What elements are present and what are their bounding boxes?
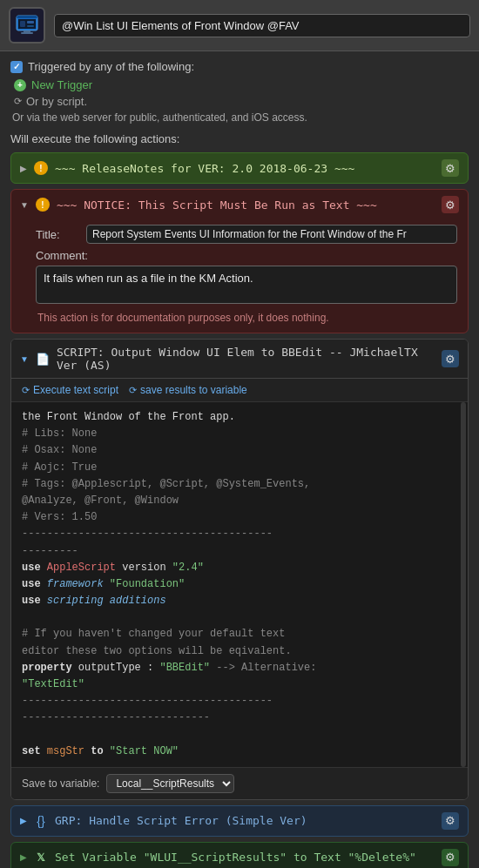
title-field-label: Title:	[36, 228, 79, 241]
svg-rect-6	[27, 21, 34, 24]
code-line: ----------------------------------------	[22, 693, 457, 710]
save-to-var-label: Save to variable:	[22, 777, 99, 790]
grp-collapse-triangle: ▶	[20, 816, 27, 825]
monitor-icon	[15, 13, 39, 37]
save-to-variable-bar: Save to variable: Local__ScriptResults	[11, 767, 468, 799]
code-line: use framework "Foundation"	[22, 576, 457, 593]
code-line: ------------------------------	[22, 710, 457, 726]
code-line	[22, 609, 457, 626]
warning-icon: !	[34, 161, 48, 175]
script-title: SCRIPT: Output Window UI Elem to BBEdit …	[57, 346, 435, 372]
code-line: ---------	[22, 543, 457, 560]
notice-comment-textarea[interactable]	[36, 266, 457, 304]
code-line: # Osax: None	[22, 442, 457, 459]
script-header[interactable]: ▼ 📄 SCRIPT: Output Window UI Elem to BBE…	[11, 340, 468, 379]
code-line: set msgStr to "Start NOW"	[22, 744, 457, 760]
variable-select[interactable]: Local__ScriptResults	[106, 774, 234, 793]
refresh-icon: ⟳	[14, 96, 22, 107]
setvar-icon: 𝕏	[34, 851, 48, 865]
trigger-section: Triggered by any of the following: + New…	[10, 60, 469, 145]
grp-block: ▶ {} GRP: Handle Script Error (Simple Ve…	[10, 805, 469, 837]
svg-rect-1	[17, 16, 37, 18]
code-line	[22, 727, 457, 744]
notice-warning-icon: !	[36, 198, 50, 212]
code-line: # Vers: 1.50	[22, 509, 457, 526]
notice-body: Title: Comment: This action is for docum…	[11, 219, 468, 333]
setvar-block: ▶ 𝕏 Set Variable "WLUI__ScriptResults" t…	[10, 842, 469, 868]
code-line: use scripting additions	[22, 593, 457, 609]
execute-text-script-button[interactable]: ⟳ Execute text script	[22, 384, 118, 396]
setvar-header[interactable]: ▶ 𝕏 Set Variable "WLUI__ScriptResults" t…	[11, 843, 468, 868]
notice-header[interactable]: ▼ ! ~~~ NOTICE: This Script Must Be Run …	[11, 190, 468, 219]
code-line: "TextEdit"	[22, 676, 457, 693]
code-line: # Aojc: True	[22, 460, 457, 476]
code-line: @Analyze, @Front, @Window	[22, 493, 457, 509]
notice-title-row: Title:	[36, 225, 457, 244]
script-gear-button[interactable]: ⚙	[442, 350, 459, 367]
release-notes-gear-button[interactable]: ⚙	[442, 159, 459, 177]
code-line: # If you haven't changed your default te…	[22, 626, 457, 643]
script-options-bar: ⟳ Execute text script ⟳ save results to …	[11, 379, 468, 402]
execute-arrow-icon: ⟳	[22, 385, 30, 396]
doc-notice-text: This action is for documentation purpose…	[36, 312, 457, 324]
setvar-gear-button[interactable]: ⚙	[442, 849, 459, 866]
release-notes-title: ~~~ ReleaseNotes for VER: 2.0 2018-06-23…	[55, 162, 435, 175]
code-editor[interactable]: the Front Window of the Front app. # Lib…	[11, 402, 468, 767]
body: Triggered by any of the following: + New…	[0, 51, 479, 868]
scrollbar[interactable]	[461, 402, 466, 767]
script-block: ▼ 📄 SCRIPT: Output Window UI Elem to BBE…	[10, 339, 469, 800]
new-trigger-item[interactable]: + New Trigger	[10, 78, 469, 91]
header	[0, 0, 479, 51]
notice-title: ~~~ NOTICE: This Script Must Be Run as T…	[57, 198, 435, 212]
code-line: # Tags: @Applescript, @Script, @System_E…	[22, 476, 457, 493]
or-by-script-item: ⟳ Or by script.	[10, 95, 469, 108]
setvar-title: Set Variable "WLUI__ScriptResults" to Te…	[55, 851, 435, 864]
release-notes-header[interactable]: ▶ ! ~~~ ReleaseNotes for VER: 2.0 2018-0…	[11, 153, 468, 183]
code-editor-wrapper: the Front Window of the Front app. # Lib…	[11, 402, 468, 767]
code-line: # Libs: None	[22, 426, 457, 442]
grp-title: GRP: Handle Script Error (Simple Ver)	[55, 814, 435, 827]
script-collapse-triangle: ▼	[20, 354, 29, 364]
will-execute-label: Will execute the following actions:	[10, 132, 469, 145]
trigger-checkbox[interactable]	[10, 61, 23, 73]
grp-icon: {}	[34, 814, 48, 828]
app-icon	[9, 7, 45, 44]
code-line: the Front Window of the Front app.	[22, 409, 457, 426]
code-line: editor these two options will be eqivale…	[22, 643, 457, 660]
comment-label: Comment:	[36, 249, 457, 262]
svg-rect-5	[20, 21, 25, 27]
svg-rect-7	[27, 25, 34, 27]
triggered-by-label: Triggered by any of the following:	[10, 60, 469, 73]
code-line: use AppleScript version "2.4"	[22, 560, 457, 576]
web-server-text: Or via the web server for public, authen…	[10, 111, 469, 124]
code-line: ----------------------------------------	[22, 526, 457, 542]
notice-title-input[interactable]	[86, 225, 457, 244]
script-file-icon: 📄	[36, 352, 50, 366]
notice-block: ▼ ! ~~~ NOTICE: This Script Must Be Run …	[10, 189, 469, 333]
grp-gear-button[interactable]: ⚙	[442, 812, 459, 830]
grp-header[interactable]: ▶ {} GRP: Handle Script Error (Simple Ve…	[11, 806, 468, 836]
setvar-collapse-triangle: ▶	[20, 852, 27, 862]
macro-title-input[interactable]	[54, 14, 470, 37]
save-arrow-icon: ⟳	[129, 385, 137, 396]
release-notes-block: ▶ ! ~~~ ReleaseNotes for VER: 2.0 2018-0…	[10, 152, 469, 184]
add-trigger-icon: +	[14, 79, 26, 91]
collapse-triangle: ▶	[20, 164, 27, 173]
notice-gear-button[interactable]: ⚙	[442, 196, 459, 213]
notice-collapse-triangle: ▼	[20, 200, 29, 210]
save-results-to-var-button[interactable]: ⟳ save results to variable	[129, 384, 247, 396]
code-line: property outputType : "BBEdit" --> Alter…	[22, 660, 457, 676]
svg-rect-3	[21, 32, 33, 34]
